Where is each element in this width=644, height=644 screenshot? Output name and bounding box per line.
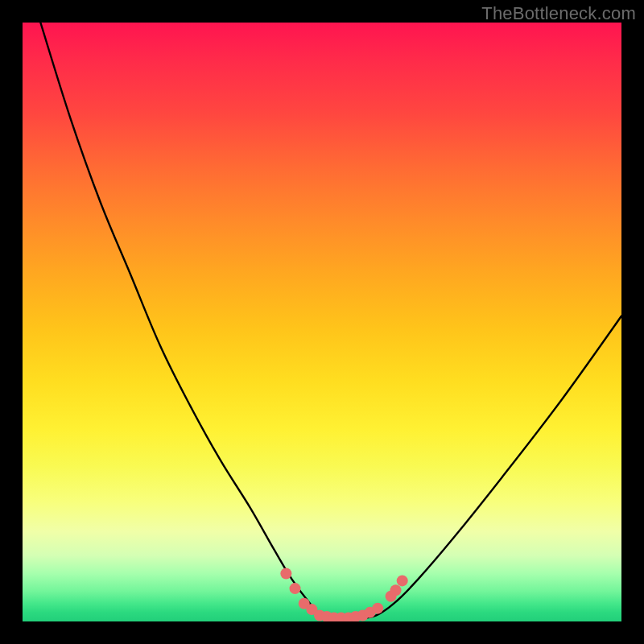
highlight-dot [290,583,301,594]
highlight-dot [280,568,291,579]
bottleneck-curve [40,23,621,619]
curve-layer [23,23,621,621]
plot-area [23,23,621,621]
watermark-text: TheBottleneck.com [481,3,636,24]
chart-stage: TheBottleneck.com [0,0,644,644]
highlight-dot [390,584,402,596]
highlight-dots [280,568,407,621]
highlight-dot [397,575,408,586]
highlight-dot [372,603,383,614]
